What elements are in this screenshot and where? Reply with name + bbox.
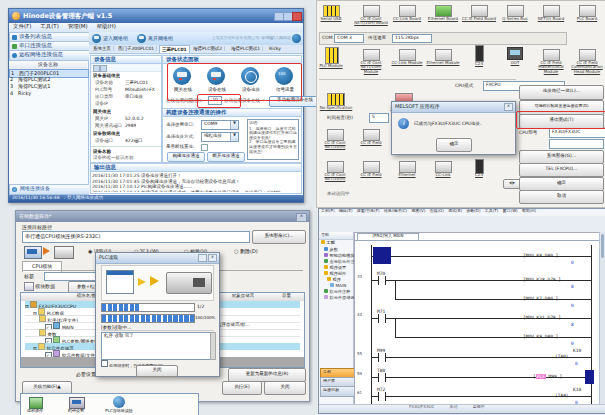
- melsoft-dialog-title[interactable]: MELSOFT 应用程序 ×: [392, 102, 515, 113]
- plc-icon-label[interactable]: Ethernet Module: [425, 61, 461, 65]
- edit-cursor[interactable]: [373, 247, 391, 264]
- tab-device-2-selected[interactable]: 三菱PLC01: [159, 45, 190, 53]
- hinode-titlebar[interactable]: Hinode设备管理客户端 v1.5: [9, 9, 303, 23]
- coil[interactable]: (T84): [555, 393, 569, 398]
- pulse-instruction[interactable]: [PLF M99 ]: [533, 374, 562, 379]
- prop-group[interactable]: 设备基础信息: [93, 73, 120, 78]
- pc-icon-label[interactable]: NET(II) Board: [533, 17, 569, 21]
- prop-value[interactable]: Mitsubishi-FX: [125, 87, 155, 92]
- chevron-down-icon[interactable]: ▼: [230, 121, 238, 129]
- pc-icon-label[interactable]: PLC Board: [569, 17, 605, 21]
- sort-category-icon[interactable]: [100, 65, 107, 72]
- instruction[interactable]: [MOV K28 D79 ]: [523, 277, 561, 282]
- menu-manage[interactable]: 管理(M): [68, 23, 88, 29]
- cancel-button[interactable]: 取消: [519, 190, 604, 204]
- break-channel-button[interactable]: 断开连接通道: [207, 152, 245, 162]
- net2-label[interactable]: CC-Link: [425, 173, 461, 177]
- port-combo[interactable]: COM9▼: [201, 120, 239, 130]
- coil[interactable]: (T80): [555, 354, 569, 359]
- plc-icon-label[interactable]: CC-Link Module: [389, 61, 425, 65]
- mode-combo[interactable]: 编程连接▼: [201, 132, 239, 142]
- system-image-button[interactable]: 系统图像(C)...: [252, 230, 306, 244]
- plc-icon-label[interactable]: C24: [461, 62, 497, 66]
- prop-value[interactable]: 三菱PLC01: [125, 80, 148, 85]
- prop-value[interactable]: 2989: [125, 123, 136, 128]
- net1-label[interactable]: CC IE Cont NET/10(H): [317, 141, 353, 150]
- menu-project[interactable]: 工程(P): [321, 209, 335, 213]
- system-image-button[interactable]: 系统图像(G)...: [519, 150, 604, 164]
- tab-device-5[interactable]: Ricky: [267, 46, 283, 51]
- device-row[interactable]: 3 海得PLC测试1: [9, 83, 87, 90]
- execute-button[interactable]: 执行(E): [222, 381, 262, 395]
- contact-symbol[interactable]: [378, 276, 386, 285]
- pc-icon-label[interactable]: Serial USB: [313, 17, 349, 21]
- connection-list-button[interactable]: 连接路径一览(L)...: [519, 85, 604, 100]
- tree-item[interactable]: 程序部件: [324, 271, 346, 276]
- join-network-button[interactable]: 进入网络组: [103, 35, 128, 41]
- secondary-cursor[interactable]: [585, 370, 594, 384]
- menu-find[interactable]: 搜索/替换(F): [357, 209, 380, 213]
- pc-icon-label[interactable]: CC IE Field Board: [461, 17, 497, 21]
- list-scrollbar[interactable]: [210, 332, 216, 360]
- nav-button-connection[interactable]: 连接目标: [320, 386, 355, 397]
- chevron-down-icon[interactable]: ▼: [230, 133, 238, 141]
- close-icon[interactable]: ×: [296, 213, 307, 222]
- menu-file[interactable]: 文件(F): [13, 23, 31, 29]
- pc-icon-label[interactable]: Q Series Bus: [497, 17, 533, 21]
- manual-check-button[interactable]: 手动检测设备在线: [269, 96, 321, 107]
- prop-group[interactable]: 网关信息: [93, 109, 111, 114]
- plc-icon-label[interactable]: PLC Module: [313, 64, 349, 68]
- footer-icon-label[interactable]: 时钟设置: [63, 409, 89, 414]
- close-button[interactable]: [292, 12, 302, 21]
- menu-help[interactable]: 帮助(H): [96, 23, 115, 29]
- sidebar-item-remote-network[interactable]: 远程网络连接信息: [9, 50, 98, 61]
- menu-edit[interactable]: 编辑(E): [339, 209, 353, 213]
- net1-label[interactable]: CC IE Field: [353, 141, 389, 145]
- plc-icon-label[interactable]: GOT: [497, 61, 533, 65]
- plc-icon-label[interactable]: CC IE Field Master/Local Module: [533, 61, 569, 74]
- instruction[interactable]: [MOV K9 D80 ]: [523, 334, 558, 339]
- instruction[interactable]: [MOV K31 D79 ]: [523, 315, 561, 320]
- c24-icon[interactable]: [475, 45, 484, 62]
- tree-item[interactable]: MAIN: [330, 283, 346, 288]
- build-channel-button[interactable]: 构建连接通道: [167, 152, 205, 162]
- no-specification-label[interactable]: No Specification: [317, 106, 355, 110]
- minimize-icon[interactable]: [198, 254, 207, 262]
- leave-network-icon[interactable]: [137, 34, 146, 43]
- got-icon[interactable]: [507, 47, 523, 60]
- dialog-ok-button[interactable]: 确定: [436, 138, 472, 152]
- prop-value[interactable]: 52.0.0.2: [125, 116, 144, 121]
- plc-icon-label[interactable]: CC IE Field Communication Head Module: [569, 61, 605, 74]
- progress-list[interactable]: 程序 读取 完了: [101, 332, 211, 360]
- ladder-editor[interactable]: [PRG]写入 MAIN [MOV K8 D80 ] 0 33 M70 [MOV…: [354, 232, 600, 405]
- online-titlebar[interactable]: 在线数据操作* ×: [16, 211, 309, 222]
- prop-value[interactable]: 串口连接: [125, 94, 143, 99]
- net2-label[interactable]: CC IE Field: [353, 173, 389, 177]
- menu-window[interactable]: 窗口(W): [503, 209, 518, 213]
- footer-icon-label[interactable]: 远程操作: [23, 409, 47, 414]
- leave-network-button[interactable]: 离开网络组: [148, 35, 173, 41]
- net2-label[interactable]: CC IE Cont NET/10(H): [317, 173, 353, 182]
- close-button[interactable]: 关闭: [264, 381, 306, 395]
- device-row[interactable]: 2 海得PLC测试2: [9, 76, 87, 83]
- sort-az-icon[interactable]: [93, 65, 100, 72]
- tab-device-1[interactable]: 西门子200PLC01: [116, 46, 157, 51]
- network-status-icon[interactable]: [292, 34, 301, 43]
- tree-item[interactable]: 程序: [327, 277, 341, 282]
- tab-device-4[interactable]: 海得PLC测试1: [229, 46, 263, 51]
- progress-close-button[interactable]: 关闭: [136, 365, 178, 377]
- plc-icon-label[interactable]: CC IE Cont NET(/10H) Module: [353, 61, 389, 74]
- tree-item-project[interactable]: 工程: [321, 240, 335, 245]
- reconnect-checkbox[interactable]: [201, 144, 208, 151]
- prop-group[interactable]: 设备数据信息: [93, 131, 120, 136]
- path-field[interactable]: 串行通信CPU模块连接(RS-232C): [22, 231, 250, 243]
- menu-debug[interactable]: 调试(B): [448, 209, 462, 213]
- contact-symbol[interactable]: [378, 353, 386, 362]
- join-network-icon[interactable]: [92, 34, 101, 43]
- radio-delete[interactable]: ○ 删除(D): [234, 248, 258, 254]
- contact-symbol[interactable]: [378, 373, 386, 382]
- contact-symbol[interactable]: [378, 392, 386, 401]
- auto-check-checkbox[interactable]: ✓: [262, 97, 266, 102]
- plc-module-icon[interactable]: [325, 47, 339, 64]
- tree-item[interactable]: 智能功能模块: [324, 253, 355, 258]
